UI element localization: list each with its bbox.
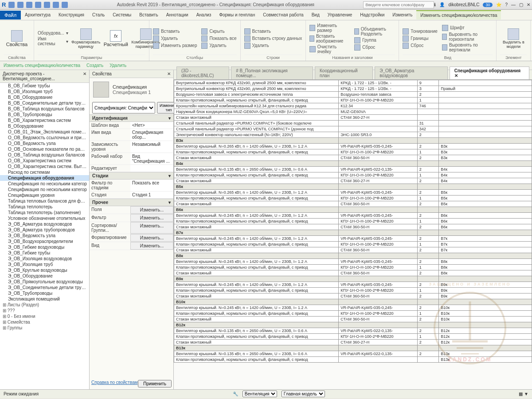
menu-tab[interactable]: Управление [324, 11, 356, 19]
schedule-cell[interactable]: 2 [417, 132, 438, 138]
schedule-row[interactable]: Воздушно-тепловая завеса c электрическим… [174, 92, 532, 98]
schedule-cell[interactable]: Клапан противопожарный, нормально открыт… [174, 149, 339, 155]
schedule-cell[interactable] [439, 109, 532, 115]
browser-item[interactable]: В_ОВ_Характеристика систем [0, 117, 89, 123]
schedule-group-header[interactable]: В9к [174, 276, 532, 282]
browser-item[interactable]: Экспликация помещений [0, 296, 89, 302]
schedule-cell[interactable] [439, 253, 532, 259]
schedule-cell[interactable]: Стакан монтажный [174, 115, 339, 121]
schedule-cell[interactable]: В7к [439, 242, 532, 247]
schedule-row[interactable]: Вентилятор крышный. N=0.245 кВт, n = 142… [174, 259, 532, 265]
schedule-cell[interactable]: 2 [417, 259, 438, 265]
schedule-row[interactable]: Клапан противопожарный, нормально открыт… [174, 98, 532, 103]
favorite-icon[interactable]: ⭐ [496, 2, 501, 7]
schedule-row[interactable]: Стальной панельный радиатор «PURMO VENTI… [174, 126, 532, 132]
schedule-cell[interactable]: В4к [174, 161, 339, 167]
schedule-cell[interactable]: СТАМ 360-50-Н [339, 224, 418, 230]
schedule-cell[interactable]: Клапан противопожарный, нормально открыт… [174, 288, 339, 293]
schedule-cell[interactable]: В9к [439, 293, 532, 299]
help-icon[interactable]: ? [505, 2, 508, 7]
browser-category[interactable]: ⊞ Листы (Раздел) [0, 302, 89, 308]
schedule-row[interactable]: Вентилятор крышный. N=0.135 кВт, n = 265… [174, 328, 532, 334]
schedule-cell[interactable]: В9к [439, 288, 532, 293]
schedule-cell[interactable]: В8к [439, 265, 532, 270]
browser-item[interactable]: Расход по системам [0, 169, 89, 175]
menu-tab[interactable]: Изменить [388, 11, 416, 19]
schedule-cell[interactable] [417, 230, 438, 236]
schedule-cell[interactable]: В10к [439, 317, 532, 322]
col-resize-button[interactable]: Изменить размер [153, 43, 197, 49]
schedule-cell[interactable]: Клапан противопожарный, нормально открыт… [174, 98, 339, 103]
schedule-cell[interactable] [417, 207, 438, 213]
schedule-cell[interactable]: Стакан монтажный [174, 155, 339, 161]
schedule-cell[interactable]: 2 [417, 340, 438, 345]
schedule-cell[interactable]: В13к [174, 345, 339, 351]
schedule-cell[interactable]: В10к [439, 305, 532, 311]
browser-item[interactable]: Э_ОВ_Гибкие воздуховоды [0, 244, 89, 250]
schedule-cell[interactable]: VR-PatAIR-KpMS-035-0,245- [339, 236, 418, 242]
schedule-cell[interactable]: Клапан противопожарный, нормально открыт… [174, 196, 339, 201]
collapse-icon[interactable]: ▾ [168, 200, 171, 205]
menu-tab[interactable]: Совместная работа [259, 11, 308, 19]
schedule-cell[interactable]: КПУ-1Н-О-Н-100-2*Ф-МВ220 [339, 334, 418, 340]
combo-system-name[interactable]: Имя системы ▾ [38, 36, 68, 46]
browser-item[interactable]: Э_ОВ_Гибкие трубы [0, 250, 89, 256]
schedule-cell[interactable]: 1 [417, 288, 438, 293]
props-close-icon[interactable]: ✕ [167, 71, 171, 76]
col-delete2-button[interactable]: Удалить [201, 43, 236, 49]
view-shading-button[interactable]: Тонирование [403, 28, 438, 35]
browser-item[interactable]: В_ОВ_Оборудование [0, 94, 89, 100]
browser-item[interactable]: Э_ОВ_Трубопроводы [0, 290, 89, 296]
browser-item[interactable]: Условное обозначение отопительных [0, 215, 89, 221]
schedule-cell[interactable]: В3к [439, 144, 532, 149]
schedule-cell[interactable] [439, 98, 532, 103]
schedule-cell[interactable]: Клапан противопожарный, нормально открыт… [174, 357, 339, 363]
schedule-row[interactable]: Вентилятор крышный. N=0.245 кВт, n = 142… [174, 213, 532, 219]
title-merge-button[interactable]: Объединить Разделить [354, 27, 395, 36]
schedule-cell[interactable]: Стакан монтажный [174, 247, 339, 253]
schedule-cell[interactable]: В10к [439, 311, 532, 317]
browser-item[interactable]: О_ОВ_01_Этаж_Экспликация помещен [0, 129, 89, 135]
schedule-cell[interactable]: В13к [439, 351, 532, 357]
property-value[interactable] [130, 165, 173, 172]
schedule-cell[interactable]: В3к [439, 155, 532, 161]
property-value[interactable]: Изменить... [130, 234, 173, 242]
schedule-group-header[interactable]: В5к [174, 184, 532, 190]
schedule-cell[interactable]: В9к [439, 282, 532, 288]
schedule-cell[interactable]: 1 [417, 242, 438, 247]
schedule-cell[interactable]: 2 [417, 201, 438, 207]
workset-icon[interactable]: 🔧 [233, 391, 238, 396]
browser-item[interactable]: В_ОВ_Изоляция труб [0, 89, 89, 94]
schedule-row[interactable]: Наружный блок кондиционера MUZ-GE60VA Qх… [174, 109, 532, 115]
browser-item[interactable]: Таблица теплопотерь [0, 204, 89, 210]
schedule-cell[interactable]: К12.34 [339, 103, 418, 109]
schedule-cell[interactable]: СТАМ 360-27-Н [339, 340, 418, 345]
schedule-row[interactable]: Стакан монтажныйСТАМ 360-50-Н2В10к [174, 317, 532, 322]
schedule-cell[interactable]: Воздушно-тепловая завеса c электрическим… [174, 92, 339, 98]
schedule-row[interactable]: Вентилятор крышный. N=0.265 кВт, n = 142… [174, 190, 532, 196]
view-valign-button[interactable]: Выровнять по вертикали [442, 43, 493, 52]
schedule-cell[interactable]: Вентилятор крышный. N=0.135 кВт, n = 265… [174, 328, 339, 334]
title-group-button[interactable]: Группа [354, 37, 395, 43]
schedule-cell[interactable] [439, 345, 532, 351]
schedule-row[interactable]: Клапан противопожарный, нормально открыт… [174, 334, 532, 340]
schedule-cell[interactable]: MUZ-GE60VA [339, 109, 418, 115]
info-icon[interactable]: ℹ [434, 2, 436, 7]
browser-item[interactable]: О_ОВ_Характеристика систем [0, 158, 89, 164]
schedule-cell[interactable]: СТАМ 360-50-Н [339, 270, 418, 276]
schedule-cell[interactable]: В5к [439, 190, 532, 196]
highlight-button[interactable]: Выделить в модели [500, 22, 527, 55]
schedule-cell[interactable]: VR-PatAIR-KpMS-035-0,245- [339, 305, 418, 311]
browser-item[interactable]: Э_ОВ_Круглые воздуховоды [0, 267, 89, 273]
schedule-group-header[interactable]: В10к [174, 299, 532, 305]
menu-tab[interactable]: Аннотации [162, 11, 192, 19]
schedule-cell[interactable]: 2 [417, 144, 438, 149]
collapse-icon[interactable]: ▾ [168, 116, 171, 121]
schedule-cell[interactable]: КПУ-1Н-О-Н-100-2*Ф-МВ220 [339, 149, 418, 155]
schedule-cell[interactable] [439, 115, 532, 121]
property-value[interactable]: Вид "Спецификация ... [130, 153, 173, 164]
schedule-cell[interactable]: КРКД - 1.722 - 125 - 1/2Вк. - [339, 80, 418, 86]
browser-item[interactable]: Э_ОВ_Прямоугольные воздуховоды [0, 279, 89, 285]
schedule-cell[interactable]: В3к [174, 138, 339, 144]
context-delete[interactable]: Удалить [110, 63, 126, 68]
